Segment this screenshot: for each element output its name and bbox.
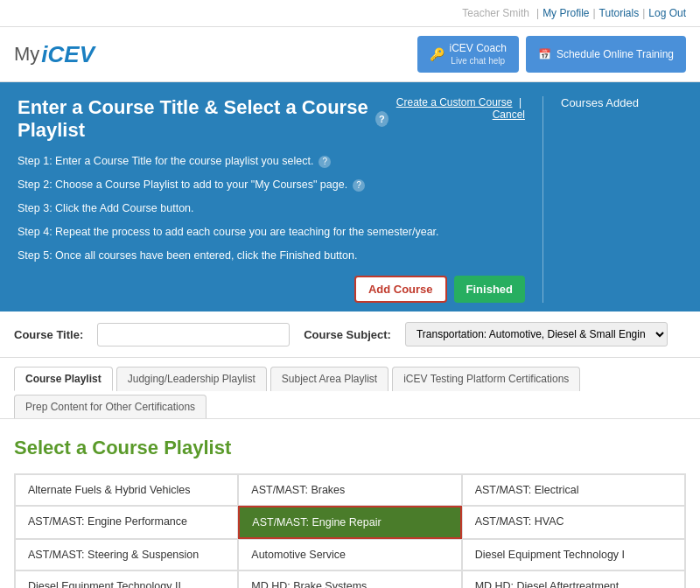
key-icon: 🔑 — [430, 47, 444, 61]
tutorials-link[interactable]: Tutorials — [599, 7, 640, 19]
playlist-item[interactable]: Automotive Service — [238, 539, 461, 570]
banner-title: Enter a Course Title & Select a Course P… — [18, 96, 388, 142]
cancel-link[interactable]: Cancel — [493, 108, 525, 121]
banner-steps: Step 1: Enter a Course Title for the cou… — [18, 150, 525, 267]
schedule-training-button[interactable]: 📅 Schedule Online Training — [526, 36, 686, 73]
course-title-label: Course Title: — [14, 328, 83, 341]
tab-prep-content[interactable]: Prep Content for Other Certifications — [14, 395, 206, 418]
playlist-item[interactable]: AST/MAST: HVAC — [462, 506, 685, 539]
header-bar: My iCEV 🔑 iCEV Coach Live chat help 📅 Sc… — [0, 27, 700, 82]
step-5: Step 5: Once all courses have been enter… — [18, 245, 525, 267]
step-4: Step 4: Repeat the process to add each c… — [18, 221, 525, 243]
playlist-item[interactable]: AST/MAST: Steering & Suspension — [15, 539, 238, 570]
finished-button[interactable]: Finished — [454, 276, 525, 303]
step2-help-icon[interactable]: ? — [353, 179, 365, 192]
playlist-item[interactable]: Diesel Equipment Technology II — [15, 570, 238, 588]
playlist-item[interactable]: AST/MAST: Brakes — [238, 474, 461, 506]
course-subject-label: Course Subject: — [304, 328, 391, 341]
step-1: Step 1: Enter a Course Title for the cou… — [18, 150, 525, 172]
tab-judging-playlist[interactable]: Judging/Leadership Playlist — [116, 367, 267, 391]
banner-right: Courses Added — [542, 96, 682, 303]
tab-icev-testing[interactable]: iCEV Testing Platform Certifications — [392, 367, 580, 391]
step1-help-icon[interactable]: ? — [318, 156, 331, 168]
courses-added-label: Courses Added — [561, 96, 639, 109]
course-title-row: Course Title: Course Subject: Transporta… — [0, 312, 700, 358]
main-content: Select a Course Playlist Alternate Fuels… — [0, 419, 700, 588]
playlist-item[interactable]: Diesel Equipment Technology I — [462, 539, 685, 570]
course-title-input[interactable] — [97, 323, 290, 346]
logo: My iCEV — [14, 41, 94, 68]
playlist-item[interactable]: MD HD: Diesel Aftertreatment — [462, 570, 685, 588]
create-custom-course-link[interactable]: Create a Custom Course — [396, 96, 513, 108]
banner-left: Enter a Course Title & Select a Course P… — [18, 96, 525, 303]
playlist-item[interactable]: AST/MAST: Engine Performance — [15, 506, 238, 539]
playlist-item[interactable]: MD HD: Brake Systems — [238, 570, 461, 588]
logo-icev-text: iCEV — [41, 41, 94, 68]
top-nav: Teacher Smith | My Profile | Tutorials |… — [0, 0, 700, 27]
my-profile-link[interactable]: My Profile — [542, 7, 589, 19]
step-2: Step 2: Choose a Course Playlist to add … — [18, 174, 525, 196]
section-title: Select a Course Playlist — [14, 437, 686, 459]
tab-subject-area[interactable]: Subject Area Playlist — [270, 367, 388, 391]
playlist-grid: Alternate Fuels & Hybrid VehiclesAST/MAS… — [14, 473, 686, 588]
banner-links: Create a Custom Course | Cancel — [388, 96, 525, 121]
step-3: Step 3: Click the Add Course button. — [18, 198, 525, 220]
log-out-link[interactable]: Log Out — [648, 7, 686, 19]
header-buttons: 🔑 iCEV Coach Live chat help 📅 Schedule O… — [417, 36, 686, 73]
title-info-icon[interactable]: ? — [375, 111, 388, 127]
playlist-item[interactable]: AST/MAST: Electrical — [462, 474, 685, 506]
add-course-button[interactable]: Add Course — [354, 276, 447, 303]
calendar-icon: 📅 — [538, 48, 551, 60]
instruction-banner: Enter a Course Title & Select a Course P… — [0, 82, 700, 312]
icev-coach-button[interactable]: 🔑 iCEV Coach Live chat help — [417, 36, 519, 73]
icev-coach-label: iCEV Coach Live chat help — [450, 42, 507, 66]
logo-my-text: My — [14, 43, 39, 66]
tab-course-playlist[interactable]: Course Playlist — [14, 367, 113, 391]
course-subject-select[interactable]: Transportation: Automotive, Diesel & Sma… — [405, 322, 668, 346]
playlist-item[interactable]: Alternate Fuels & Hybrid Vehicles — [15, 474, 238, 506]
tabs-row: Course Playlist Judging/Leadership Playl… — [0, 358, 700, 419]
playlist-item[interactable]: AST/MAST: Engine Repair — [238, 506, 461, 539]
user-label: Teacher Smith — [462, 7, 529, 19]
